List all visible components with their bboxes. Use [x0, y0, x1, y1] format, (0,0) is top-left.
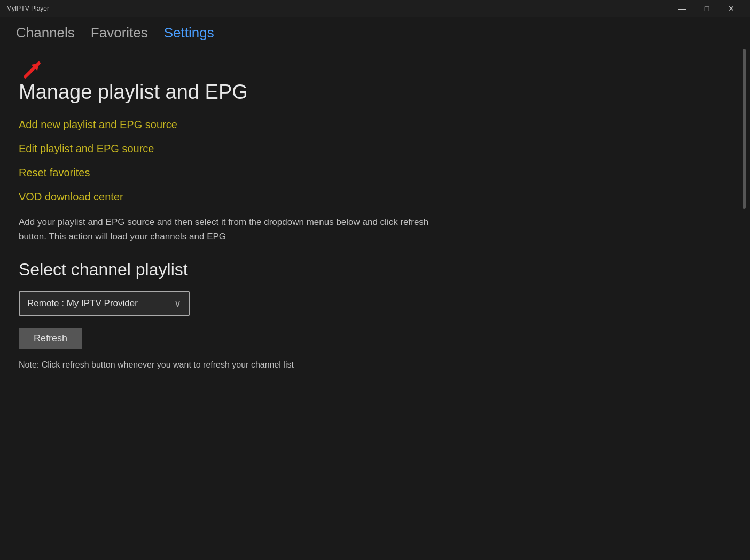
- description-text: Add your playlist and EPG source and the…: [19, 215, 446, 244]
- playlist-dropdown[interactable]: Remote : My IPTV Provider ∨: [19, 291, 190, 316]
- window-controls: — □ ✕: [670, 3, 744, 14]
- svg-marker-1: [32, 60, 42, 71]
- nav-channels[interactable]: Channels: [16, 25, 75, 41]
- title-bar: MyIPTV Player — □ ✕: [0, 0, 750, 17]
- reset-favorites-link[interactable]: Reset favorites: [19, 167, 731, 179]
- app-title: MyIPTV Player: [6, 5, 49, 12]
- section-title: Select channel playlist: [19, 260, 731, 279]
- add-new-playlist-link[interactable]: Add new playlist and EPG source: [19, 119, 731, 131]
- minimize-button[interactable]: —: [670, 3, 694, 14]
- nav-favorites[interactable]: Favorites: [91, 25, 148, 41]
- chevron-down-icon: ∨: [174, 298, 181, 309]
- refresh-button[interactable]: Refresh: [19, 328, 82, 349]
- page-title: Manage playlist and EPG: [19, 81, 731, 104]
- note-text: Note: Click refresh button whenever you …: [19, 360, 731, 370]
- main-content: Manage playlist and EPG Add new playlist…: [0, 49, 750, 380]
- playlist-selected-value: Remote : My IPTV Provider: [27, 298, 138, 309]
- svg-line-0: [25, 63, 38, 76]
- vod-download-link[interactable]: VOD download center: [19, 191, 731, 203]
- maximize-button[interactable]: □: [694, 3, 719, 14]
- edit-playlist-link[interactable]: Edit playlist and EPG source: [19, 143, 731, 155]
- nav-settings[interactable]: Settings: [164, 25, 214, 41]
- close-button[interactable]: ✕: [719, 3, 744, 14]
- scrollbar[interactable]: [743, 49, 746, 209]
- nav-bar: Channels Favorites Settings: [0, 17, 750, 49]
